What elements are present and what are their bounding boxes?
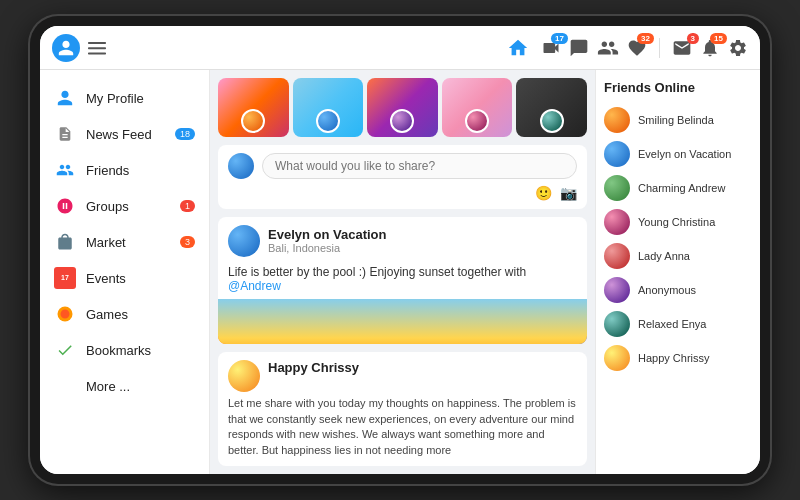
story-1-avatar	[241, 109, 265, 133]
screen: 17 32 3 15	[40, 26, 760, 474]
bell-icon[interactable]: 15	[700, 38, 720, 58]
market-label: Market	[86, 235, 126, 250]
friend-item-7[interactable]: Happy Chrissy	[604, 341, 752, 375]
friends-label: Friends	[86, 163, 129, 178]
friend-name-4: Lady Anna	[638, 250, 690, 262]
heart-badge: 32	[637, 33, 654, 44]
friend-avatar-5	[604, 277, 630, 303]
second-post-avatar	[228, 360, 260, 392]
friend-name-0: Smiling Belinda	[638, 114, 714, 126]
story-4-avatar	[465, 109, 489, 133]
msg-badge: 3	[687, 33, 699, 44]
sidebar-item-more[interactable]: More ...	[40, 368, 209, 404]
friend-item-2[interactable]: Charming Andrew	[604, 171, 752, 205]
sidebar-item-market[interactable]: Market 3	[40, 224, 209, 260]
second-post-author-name: Happy Chrissy	[268, 360, 359, 375]
groups-badge: 1	[180, 200, 195, 212]
story-1[interactable]	[218, 78, 289, 137]
friend-name-3: Young Christina	[638, 216, 715, 228]
events-icon: 17	[54, 267, 76, 289]
friend-avatar-0	[604, 107, 630, 133]
friend-name-5: Anonymous	[638, 284, 696, 296]
stories-row	[218, 78, 587, 137]
bookmarks-icon	[54, 339, 76, 361]
story-5-avatar	[540, 109, 564, 133]
friend-item-3[interactable]: Young Christina	[604, 205, 752, 239]
video-badge: 17	[551, 33, 568, 44]
sidebar-item-friends[interactable]: Friends	[40, 152, 209, 188]
post-text: Life is better by the pool :) Enjoying s…	[218, 265, 587, 299]
friend-avatar-4	[604, 243, 630, 269]
post-mention[interactable]: @Andrew	[228, 279, 281, 293]
body: My Profile News Feed 18 Friends	[40, 70, 760, 474]
story-5[interactable]	[516, 78, 587, 137]
bookmarks-label: Bookmarks	[86, 343, 151, 358]
home-icon[interactable]	[507, 37, 529, 59]
friend-item-5[interactable]: Anonymous	[604, 273, 752, 307]
post-author-name: Evelyn on Vacation	[268, 227, 387, 242]
more-icon	[54, 375, 76, 397]
emoji-icon[interactable]: 🙂	[535, 185, 552, 201]
more-label: More ...	[86, 379, 130, 394]
story-2[interactable]	[293, 78, 364, 137]
post-image: 🌴 🌴	[218, 299, 587, 345]
sidebar-item-bookmarks[interactable]: Bookmarks	[40, 332, 209, 368]
settings-icon[interactable]	[728, 38, 748, 58]
sidebar-item-events[interactable]: 17 Events	[40, 260, 209, 296]
post-header: Evelyn on Vacation Bali, Indonesia	[218, 217, 587, 265]
newsfeed-label: News Feed	[86, 127, 152, 142]
second-post-text: Let me share with you today my thoughts …	[228, 396, 577, 458]
camera-icon[interactable]: 📷	[560, 185, 577, 201]
post-input-row	[228, 153, 577, 179]
second-post-author-info: Happy Chrissy	[268, 360, 359, 392]
sidebar-item-games[interactable]: Games	[40, 296, 209, 332]
events-label: Events	[86, 271, 126, 286]
newsfeed-badge: 18	[175, 128, 195, 140]
friends-online-title: Friends Online	[604, 80, 752, 95]
post-author-info: Evelyn on Vacation Bali, Indonesia	[268, 227, 387, 254]
friend-avatar-3	[604, 209, 630, 235]
heart-icon[interactable]: 32	[627, 38, 647, 58]
story-2-avatar	[316, 109, 340, 133]
svg-rect-0	[88, 42, 106, 44]
feed-post-1: Evelyn on Vacation Bali, Indonesia Life …	[218, 217, 587, 345]
friend-item-1[interactable]: Evelyn on Vacation	[604, 137, 752, 171]
sidebar: My Profile News Feed 18 Friends	[40, 70, 210, 474]
sidebar-item-profile[interactable]: My Profile	[40, 80, 209, 116]
story-4[interactable]	[442, 78, 513, 137]
games-icon	[54, 303, 76, 325]
svg-rect-2	[88, 52, 106, 54]
right-panel: Friends Online Smiling BelindaEvelyn on …	[595, 70, 760, 474]
chat-icon[interactable]	[569, 38, 589, 58]
post-input-box: 🙂 📷	[218, 145, 587, 209]
post-location: Bali, Indonesia	[268, 242, 387, 254]
video-icon[interactable]: 17	[541, 38, 561, 58]
messages-icon[interactable]: 3	[672, 38, 692, 58]
story-3-avatar	[390, 109, 414, 133]
profile-icon	[54, 87, 76, 109]
top-nav: 17 32 3 15	[40, 26, 760, 70]
market-badge: 3	[180, 236, 195, 248]
friend-name-6: Relaxed Enya	[638, 318, 707, 330]
profile-label: My Profile	[86, 91, 144, 106]
groups-icon	[54, 195, 76, 217]
story-3[interactable]	[367, 78, 438, 137]
friends-icon	[54, 159, 76, 181]
friend-item-0[interactable]: Smiling Belinda	[604, 103, 752, 137]
post-author-avatar	[228, 225, 260, 257]
friends-list: Smiling BelindaEvelyn on VacationCharmin…	[604, 103, 752, 375]
friend-item-6[interactable]: Relaxed Enya	[604, 307, 752, 341]
newsfeed-icon	[54, 123, 76, 145]
main-content: 🙂 📷 Evelyn on Vacation Bali, Indonesia	[210, 70, 595, 474]
friend-avatar-1	[604, 141, 630, 167]
user-avatar[interactable]	[52, 34, 80, 62]
sidebar-item-groups[interactable]: Groups 1	[40, 188, 209, 224]
friend-item-4[interactable]: Lady Anna	[604, 239, 752, 273]
post-input-field[interactable]	[262, 153, 577, 179]
friend-name-1: Evelyn on Vacation	[638, 148, 731, 160]
people-icon[interactable]	[597, 37, 619, 59]
post-input-avatar	[228, 153, 254, 179]
groups-label: Groups	[86, 199, 129, 214]
hamburger-icon[interactable]	[88, 39, 106, 57]
sidebar-item-newsfeed[interactable]: News Feed 18	[40, 116, 209, 152]
